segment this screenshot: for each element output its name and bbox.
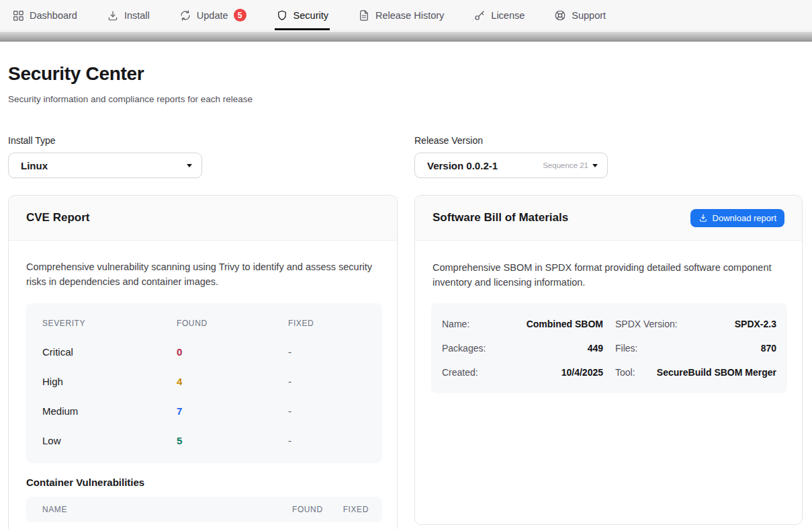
severity-table: SEVERITY FOUND FIXED Critical 0 - High 4…	[26, 303, 382, 463]
sbom-detail-created: Created: 10/4/2025	[442, 360, 603, 384]
chevron-down-icon	[592, 164, 598, 167]
sbom-detail-files: Files: 870	[615, 336, 776, 360]
nav-label: Release History	[375, 10, 444, 21]
detail-label: SPDX Version:	[615, 319, 678, 329]
document-icon	[358, 9, 370, 22]
severity-name: Low	[42, 435, 177, 446]
nav-item-update[interactable]: Update 5	[179, 0, 246, 30]
nav-label: Security	[294, 10, 328, 21]
col-name: NAME	[42, 505, 292, 514]
top-navbar: Dashboard Install Update 5 Security Rele…	[0, 0, 812, 31]
release-version-value: Version 0.0.2-1	[427, 160, 498, 171]
nav-item-dashboard[interactable]: Dashboard	[12, 0, 77, 30]
fixed-count: -	[288, 376, 366, 387]
col-found: FOUND	[177, 319, 288, 328]
sbom-detail-tool: Tool: SecureBuild SBOM Merger	[615, 360, 776, 384]
chevron-down-icon	[187, 164, 192, 167]
install-type-label: Install Type	[8, 135, 56, 146]
nav-item-install[interactable]: Install	[107, 0, 150, 30]
dashboard-grid-icon	[12, 9, 24, 22]
release-version-label: Release Version	[414, 135, 483, 146]
table-row: Medium 7 -	[42, 396, 366, 425]
cve-card-title: CVE Report	[26, 211, 89, 225]
sbom-detail-name: Name: Combined SBOM	[442, 312, 603, 336]
sbom-card-header: Software Bill of Materials Download repo…	[415, 196, 802, 241]
nav-label: Support	[572, 10, 606, 21]
col-found: FOUND	[292, 505, 323, 514]
cve-description: Comprehensive vulnerability scanning usi…	[26, 260, 381, 289]
nav-label: Install	[124, 10, 150, 21]
detail-value: 449	[588, 343, 603, 354]
severity-name: Critical	[42, 346, 177, 358]
detail-value: SPDX-2.3	[735, 319, 776, 329]
sbom-details: Name: Combined SBOM SPDX Version: SPDX-2…	[431, 303, 787, 393]
sbom-detail-packages: Packages: 449	[442, 336, 603, 360]
severity-name: Medium	[42, 405, 177, 417]
nav-label: Dashboard	[30, 10, 77, 21]
release-version-select[interactable]: Version 0.0.2-1 Sequence 21	[414, 153, 608, 178]
page-subtitle: Security information and compliance repo…	[8, 94, 253, 104]
table-row: High 4 -	[42, 366, 366, 396]
col-severity: SEVERITY	[42, 319, 177, 328]
severity-table-header: SEVERITY FOUND FIXED	[42, 310, 366, 337]
sbom-card: Software Bill of Materials Download repo…	[414, 195, 803, 525]
key-icon	[473, 9, 486, 22]
sbom-card-title: Software Bill of Materials	[433, 211, 568, 225]
nav-item-license[interactable]: License	[473, 0, 525, 30]
detail-label: Packages:	[442, 343, 486, 354]
container-vulnerabilities-title: Container Vulnerabilities	[26, 477, 144, 488]
detail-label: Files:	[615, 343, 637, 354]
table-row: Low 5 -	[42, 425, 366, 455]
nav-item-support[interactable]: Support	[554, 0, 606, 30]
cve-card-header: CVE Report	[9, 196, 397, 241]
fixed-count: -	[288, 405, 366, 417]
detail-value: 10/4/2025	[561, 367, 603, 378]
fixed-count: -	[288, 346, 366, 358]
download-report-label: Download report	[713, 213, 776, 223]
nav-shadow-band	[0, 32, 812, 42]
shield-icon	[276, 9, 288, 22]
container-vulnerabilities-header: NAME FOUND FIXED	[26, 497, 382, 522]
page-title: Security Center	[8, 63, 144, 85]
install-type-value: Linux	[21, 160, 48, 171]
detail-value: Combined SBOM	[527, 319, 603, 329]
download-icon	[107, 9, 119, 22]
download-report-button[interactable]: Download report	[690, 209, 784, 227]
lifebuoy-icon	[554, 9, 566, 22]
cve-report-card: CVE Report Comprehensive vulnerability s…	[8, 195, 398, 529]
col-fixed: FIXED	[288, 319, 366, 328]
nav-label: License	[491, 10, 525, 21]
col-fixed: FIXED	[343, 505, 369, 514]
detail-label: Name:	[442, 319, 469, 329]
install-type-select[interactable]: Linux	[8, 153, 202, 178]
sbom-description: Comprehensive SBOM in SPDX format provid…	[433, 261, 775, 290]
nav-item-security[interactable]: Security	[276, 0, 328, 30]
refresh-icon	[179, 9, 191, 22]
nav-item-release-history[interactable]: Release History	[358, 0, 444, 30]
nav-label: Update	[197, 10, 228, 21]
found-count: 7	[177, 405, 288, 417]
fixed-count: -	[288, 435, 366, 446]
sbom-detail-spdx-version: SPDX Version: SPDX-2.3	[615, 312, 776, 336]
found-count: 0	[177, 346, 288, 358]
table-row: Critical 0 -	[42, 337, 366, 366]
release-sequence-label: Sequence 21	[543, 161, 588, 169]
update-count-badge: 5	[234, 9, 246, 22]
severity-name: High	[42, 376, 177, 387]
download-icon	[698, 213, 708, 222]
detail-value: SecureBuild SBOM Merger	[657, 367, 776, 378]
detail-label: Created:	[442, 367, 478, 378]
detail-label: Tool:	[615, 367, 635, 378]
detail-value: 870	[761, 343, 776, 354]
found-count: 5	[177, 435, 288, 446]
found-count: 4	[177, 376, 288, 387]
